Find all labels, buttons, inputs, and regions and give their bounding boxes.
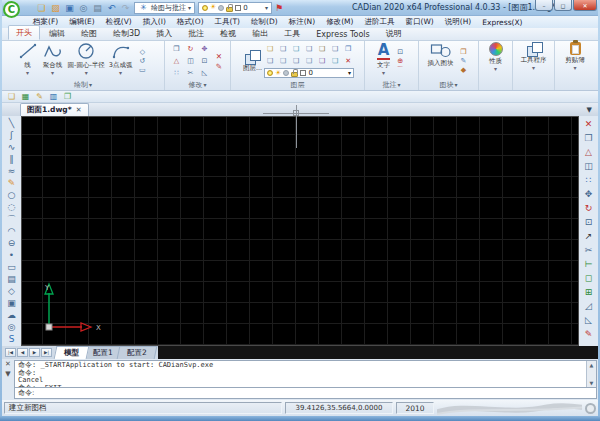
redo-icon[interactable]: ↷ (120, 2, 131, 14)
rotate-icon[interactable]: ↻ (184, 44, 197, 55)
revcloud-icon[interactable]: ↺ (135, 57, 149, 65)
erase-icon[interactable]: ✕ (213, 52, 225, 61)
menu-item[interactable]: 格式(O) (172, 17, 209, 27)
scroll-down-icon[interactable]: ▼ (590, 379, 594, 387)
layer-current-icon[interactable]: ❐ (342, 44, 354, 55)
layout-first-button[interactable]: |◀ (5, 348, 16, 357)
utilities-button[interactable]: 工具程序 (519, 42, 549, 80)
offset-icon[interactable]: ◫ (581, 159, 596, 173)
block-attach-icon[interactable]: ❐ (457, 48, 471, 56)
fillet-icon[interactable]: ◺ (198, 68, 211, 79)
flag-icon[interactable]: ⚑ (275, 3, 283, 13)
properties-button[interactable]: 性质 (487, 42, 505, 80)
command-input[interactable]: 命令: (14, 388, 597, 399)
spline-icon[interactable]: ∿ (4, 141, 19, 153)
menu-item[interactable]: 工具(T) (210, 17, 245, 27)
open-folder-icon[interactable]: ▨ (50, 2, 61, 14)
layer-thaw-icon[interactable]: ❏ (303, 44, 315, 55)
layer-on-icon[interactable]: ❏ (264, 44, 276, 55)
layer-delete-icon[interactable]: ✕ (342, 56, 354, 67)
hatch-icon[interactable]: ▤ (4, 273, 19, 285)
ribbon-tab[interactable]: Express Tools (309, 29, 377, 40)
layer-off-icon[interactable]: ❏ (277, 44, 289, 55)
rotate-icon[interactable]: ↻ (581, 201, 596, 215)
menu-item[interactable]: 插入(I) (138, 17, 171, 27)
clipboard-button[interactable]: 剪贴簿 (563, 42, 587, 80)
copy-icon[interactable]: ❐ (170, 44, 183, 55)
layout-last-button[interactable]: ▶| (41, 348, 52, 357)
ribbon-tab[interactable]: 绘制3D (106, 27, 147, 40)
ribbon-tab[interactable]: 插入 (149, 27, 179, 40)
polygon-icon[interactable]: ◇ (4, 285, 19, 297)
sketch-icon[interactable]: ✎ (4, 177, 19, 189)
layer-vpfreeze-icon[interactable]: ❏ (329, 56, 341, 67)
maximize-button[interactable]: ◻ (554, 0, 572, 11)
erase-icon[interactable]: ✕ (581, 117, 596, 131)
rectangle-icon[interactable]: ▭ (135, 66, 149, 74)
layer-previous-icon[interactable]: ❏ (264, 56, 276, 67)
point-icon[interactable]: • (4, 249, 19, 261)
menu-item[interactable]: 窗口(W) (400, 17, 438, 27)
polygon-icon[interactable]: ◇ (135, 48, 149, 56)
layout-tab[interactable]: 模型 (54, 346, 90, 359)
command-history[interactable]: 命令: _STARTApplication to start: CADianSv… (14, 360, 597, 388)
revcloud-icon[interactable]: ☁ (4, 309, 19, 321)
new-file-icon[interactable]: ❏ (36, 2, 47, 14)
ellipse-icon[interactable]: ⊖ (4, 237, 19, 249)
menu-item[interactable]: 检视(V) (101, 17, 137, 27)
ribbon-tab[interactable]: 说明 (379, 27, 409, 40)
ribbon-tab[interactable]: 批注 (181, 27, 211, 40)
image-attach-icon[interactable]: ▥ (48, 92, 59, 101)
arc-button[interactable]: 3点成弧 (107, 42, 135, 80)
markup-icon[interactable]: ✎ (34, 92, 45, 101)
offset-icon[interactable]: ◫ (184, 56, 197, 67)
app-logo[interactable]: C (3, 1, 20, 18)
stretch-icon[interactable]: ↗ (581, 229, 596, 243)
ribbon-tab[interactable]: 开头 (8, 25, 40, 40)
layout-next-button[interactable]: ▶ (29, 348, 40, 357)
region-icon[interactable]: ▣ (4, 297, 19, 309)
layer-walk-icon[interactable]: ❏ (316, 56, 328, 67)
trim-icon[interactable]: ✂ (581, 243, 596, 257)
layer-dropdown[interactable]: ☀ 0 (264, 68, 354, 78)
layer-merge-icon[interactable]: ❏ (303, 56, 315, 67)
menu-item[interactable]: 标注(N) (284, 17, 320, 27)
layers-panel-label[interactable]: 图层 (232, 80, 363, 90)
plot-preview-icon[interactable]: ◎ (78, 2, 89, 14)
minimize-button[interactable]: – (535, 0, 553, 11)
menu-item[interactable]: 进阶工具 (359, 17, 399, 27)
annotate-panel-label[interactable]: 批注 (366, 80, 417, 90)
break-icon[interactable]: ◻ (581, 271, 596, 285)
spline-fit-icon[interactable]: S (4, 333, 19, 345)
scale-icon[interactable]: ⊡ (198, 56, 211, 67)
menu-item[interactable]: 编辑(E) (64, 17, 100, 27)
modify-panel-label[interactable]: 修改 (166, 80, 229, 90)
layer-freeze-icon[interactable]: ❏ (290, 44, 302, 55)
join-icon[interactable]: ⊞ (581, 285, 596, 299)
layer-manager-button[interactable]: 图层... (241, 42, 264, 80)
sheet-set-icon[interactable]: ❏ (6, 92, 17, 101)
block-edit-icon[interactable]: ✎ (457, 57, 471, 65)
ribbon-tab[interactable]: 检视 (213, 27, 243, 40)
menu-item[interactable]: 修改(M) (321, 17, 358, 27)
text-button[interactable]: A 文字 (375, 42, 393, 80)
block-xref-icon[interactable]: ◆ (457, 66, 471, 74)
ribbon-tab[interactable]: 输出 (245, 27, 275, 40)
draw-panel-label[interactable]: 绘制 (3, 80, 163, 90)
ribbon-tab[interactable]: 绘图 (74, 27, 104, 40)
save-icon[interactable]: ▣ (64, 2, 75, 14)
polyline-button[interactable]: 聚合线 (40, 42, 66, 80)
layer-lock-icon[interactable]: ❏ (316, 44, 328, 55)
line-icon[interactable]: ╲ (4, 117, 19, 129)
block-panel-label[interactable]: 图块 (420, 80, 477, 90)
arc-icon[interactable]: ⌒ (4, 213, 19, 225)
drawing-canvas[interactable]: Y X (21, 116, 579, 346)
layer-isolate-icon[interactable]: ❏ (290, 56, 302, 67)
print-icon[interactable]: ▤ (92, 2, 103, 14)
multiline-icon[interactable]: ∥ (4, 153, 19, 165)
circle-tan-icon[interactable]: ◌ (4, 201, 19, 213)
move-icon[interactable]: ✥ (581, 187, 596, 201)
trim-icon[interactable]: ✂ (184, 68, 197, 79)
array-icon[interactable]: ∷ (170, 68, 183, 79)
workspace-select[interactable]: ✳ 绘图与批注 (134, 2, 195, 14)
